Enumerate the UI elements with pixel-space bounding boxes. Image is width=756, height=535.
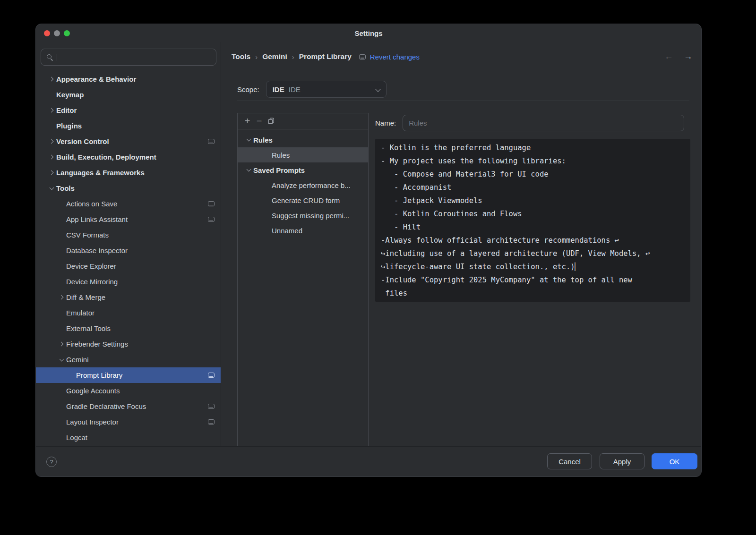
breadcrumb-tools[interactable]: Tools [232,52,250,61]
text-caret [57,54,57,61]
sidebar-item-google-accounts[interactable]: Google Accounts [36,383,221,399]
sidebar-item-label: Device Mirroring [66,278,118,286]
sidebar-item-appearance-behavior[interactable]: Appearance & Behavior [36,71,221,87]
breadcrumb-gemini[interactable]: Gemini [262,52,287,61]
sidebar-item-label: External Tools [66,324,111,332]
copy-icon [267,117,275,125]
footer-bar: ? Cancel Apply OK [36,446,701,476]
modified-settings-icon [359,54,366,59]
sidebar-item-editor[interactable]: Editor [36,102,221,118]
ide-scope-icon [208,419,215,425]
chevron-right-icon[interactable] [57,342,66,346]
prompt-item-generate-crud-form[interactable]: Generate CRUD form [238,193,368,208]
search-icon [46,54,53,61]
sidebar-item-label: CSV Formats [66,231,109,239]
sidebar-item-csv-formats[interactable]: CSV Formats [36,227,221,243]
prompt-item-analyze-performance-b[interactable]: Analyze performance b... [238,178,368,193]
sidebar-item-label: Appearance & Behavior [56,75,136,83]
sidebar-item-firebender-settings[interactable]: Firebender Settings [36,336,221,352]
sidebar-item-version-control[interactable]: Version Control [36,134,221,149]
prompt-group-saved-prompts[interactable]: Saved Prompts [238,162,368,178]
help-icon[interactable]: ? [46,457,57,467]
sidebar-item-logcat[interactable]: Logcat [36,430,221,445]
sidebar-item-label: Build, Execution, Deployment [56,153,156,161]
sidebar-item-label: Firebender Settings [66,340,128,348]
sidebar-item-plugins[interactable]: Plugins [36,118,221,134]
sidebar-item-keymap[interactable]: Keymap [36,87,221,102]
forward-arrow-icon[interactable]: → [684,51,693,62]
sidebar-item-label: Diff & Merge [66,293,105,301]
sidebar-item-actions-on-save[interactable]: Actions on Save [36,196,221,212]
scope-dropdown[interactable]: IDE IDE [266,81,387,98]
sidebar-item-database-inspector[interactable]: Database Inspector [36,243,221,258]
sidebar-item-label: Gemini [66,356,89,364]
chevron-right-icon[interactable] [47,140,56,143]
add-prompt-button[interactable]: + [241,115,253,127]
prompt-list-toolbar: + − [238,113,368,129]
chevron-down-icon [376,87,380,91]
sidebar-item-label: Languages & Frameworks [56,169,145,177]
scope-label: Scope: [237,85,259,93]
prompt-tree: RulesRulesSaved PromptsAnalyze performan… [238,129,368,238]
sidebar-item-gradle-declarative-focus[interactable]: Gradle Declarative Focus [36,399,221,414]
sidebar-item-label: Version Control [56,137,109,145]
remove-prompt-button[interactable]: − [253,115,265,127]
prompt-item-label: Rules [272,151,290,159]
ide-scope-icon [208,217,215,222]
settings-content: Tools › Gemini › Prompt Library Revert c… [222,42,701,446]
chevron-right-icon[interactable] [47,109,56,112]
sidebar-item-label: Gradle Declarative Focus [66,402,146,410]
prompt-editor[interactable]: - Kotlin is the preferred language - My … [375,139,690,302]
chevron-down-icon[interactable] [47,187,56,189]
chevron-down-icon[interactable] [244,169,253,171]
prompt-list-panel: + − RulesRulesSaved PromptsAnalyze perfo… [237,113,369,446]
sidebar-item-build-execution-deployment[interactable]: Build, Execution, Deployment [36,149,221,165]
prompt-item-label: Unnamed [272,227,302,235]
sidebar-item-languages-frameworks[interactable]: Languages & Frameworks [36,165,221,180]
chevron-down-icon[interactable] [57,359,66,361]
revert-changes-link[interactable]: Revert changes [370,53,420,61]
prompt-item-label: Suggest missing permi... [272,212,349,220]
sidebar-item-app-links-assistant[interactable]: App Links Assistant [36,212,221,227]
sidebar-item-external-tools[interactable]: External Tools [36,321,221,336]
ok-button[interactable]: OK [652,453,697,469]
chevron-right-icon[interactable] [47,77,56,81]
settings-search-input[interactable] [41,49,216,66]
chevron-right-icon[interactable] [47,155,56,159]
chevron-right-icon[interactable] [47,171,56,174]
settings-sidebar: Appearance & BehaviorKeymapEditorPlugins… [36,42,221,446]
sidebar-item-label: Prompt Library [76,371,122,379]
sidebar-item-tools[interactable]: Tools [36,180,221,196]
sidebar-item-label: Logcat [66,433,87,442]
sidebar-item-label: Tools [56,184,75,192]
back-arrow-icon[interactable]: ← [664,51,673,62]
sidebar-item-layout-inspector[interactable]: Layout Inspector [36,414,221,430]
copy-prompt-button[interactable] [265,115,277,127]
sidebar-item-emulator[interactable]: Emulator [36,305,221,321]
name-label: Name: [375,119,396,127]
prompt-group-rules[interactable]: Rules [238,132,368,147]
chevron-right-icon[interactable] [57,296,66,299]
ide-scope-icon [208,139,215,144]
sidebar-item-diff-merge[interactable]: Diff & Merge [36,289,221,305]
prompt-item-unnamed[interactable]: Unnamed [238,223,368,238]
sidebar-item-label: App Links Assistant [66,215,128,223]
sidebar-item-device-explorer[interactable]: Device Explorer [36,258,221,274]
ide-scope-icon [208,404,215,409]
prompt-name-input[interactable] [403,115,684,131]
chevron-down-icon[interactable] [244,139,253,141]
cancel-button[interactable]: Cancel [547,453,592,469]
breadcrumb-prompt-library[interactable]: Prompt Library [299,52,352,61]
sidebar-tree: Appearance & BehaviorKeymapEditorPlugins… [36,71,221,445]
sidebar-item-label: Google Accounts [66,387,120,395]
sidebar-item-prompt-library[interactable]: Prompt Library [36,367,221,383]
sidebar-item-gemini[interactable]: Gemini [36,352,221,367]
prompt-item-rules[interactable]: Rules [238,147,368,162]
scope-row: Scope: IDE IDE [237,81,387,98]
settings-window: Settings Appearance & BehaviorKeymapEdit… [35,24,702,477]
sidebar-item-label: Plugins [56,122,82,130]
prompt-item-suggest-missing-permi[interactable]: Suggest missing permi... [238,208,368,223]
sidebar-item-label: Actions on Save [66,200,117,208]
sidebar-item-device-mirroring[interactable]: Device Mirroring [36,274,221,289]
apply-button[interactable]: Apply [600,453,644,469]
